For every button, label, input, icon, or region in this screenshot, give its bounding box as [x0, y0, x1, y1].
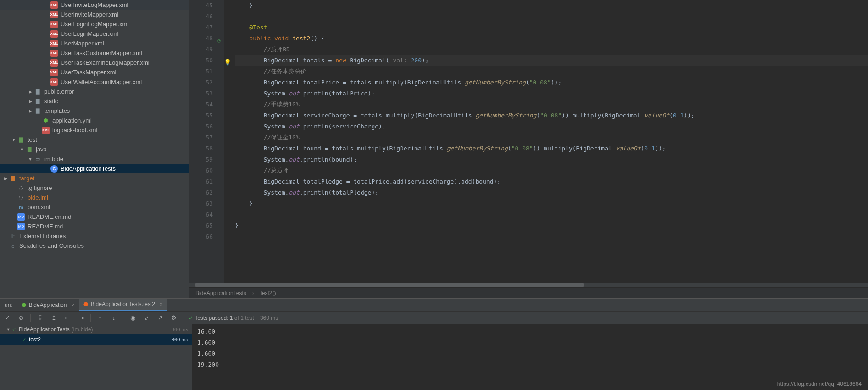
close-icon[interactable]: ×: [160, 301, 162, 307]
collapse-icon[interactable]: ⇤: [63, 314, 72, 321]
code-line[interactable]: @Test: [235, 22, 868, 33]
tree-item[interactable]: XMLlogback-boot.xml: [0, 125, 189, 135]
code-line[interactable]: System.out.println(serviceCharge);: [235, 121, 868, 132]
tree-item[interactable]: XMLUserWalletAccountMapper.xml: [0, 77, 189, 87]
gutter-line-number[interactable]: 60: [193, 165, 213, 176]
tree-item[interactable]: ◌.gitignore: [0, 183, 189, 193]
settings-icon[interactable]: ⚙: [169, 314, 178, 321]
code-line[interactable]: //保证金10%: [235, 132, 868, 143]
code-line[interactable]: System.out.println(totalPrice);: [235, 88, 868, 99]
test-console-output[interactable]: 16.001.6001.60019.200: [192, 324, 868, 390]
tree-item[interactable]: ▶▇public.error: [0, 87, 189, 96]
gutter-line-number[interactable]: 59: [193, 154, 213, 165]
run-tab-app[interactable]: ⬢ BideApplication ×: [17, 299, 79, 311]
toggle-checks-icon[interactable]: ✓: [3, 314, 12, 321]
tree-item[interactable]: MDREADME.en.md: [0, 212, 189, 222]
run-gutter-icon[interactable]: ⟳: [217, 36, 221, 47]
gutter-line-number[interactable]: 51: [193, 66, 213, 77]
close-icon[interactable]: ×: [71, 302, 74, 308]
gutter-line-number[interactable]: 57: [193, 132, 213, 143]
tree-item[interactable]: ▼▇java: [0, 145, 189, 154]
gutter-line-number[interactable]: 46: [193, 11, 213, 22]
tree-item[interactable]: ▶▇target: [0, 173, 189, 183]
sort-up-icon[interactable]: ↥: [49, 314, 58, 321]
gutter-line-number[interactable]: 64: [193, 209, 213, 220]
code-line[interactable]: BigDecimal serviceCharge = totals.multip…: [235, 110, 868, 121]
gutter-line-number[interactable]: 61: [193, 176, 213, 187]
tree-item[interactable]: XMLUserLoginMapper.xml: [0, 29, 189, 39]
run-tab-tests[interactable]: ⬣ BideApplicationTests.test2 ×: [79, 299, 167, 311]
chevron-down-icon[interactable]: ▼: [28, 157, 33, 162]
code-line[interactable]: //总质押: [235, 165, 868, 176]
tree-item[interactable]: XMLUserTaskExamineLogMapper.xml: [0, 58, 189, 67]
chevron-right-icon[interactable]: ▶: [28, 89, 33, 94]
gutter-line-number[interactable]: 53: [193, 88, 213, 99]
gutter-line-number[interactable]: 65: [193, 220, 213, 231]
tree-item[interactable]: XMLUserMapper.xml: [0, 39, 189, 48]
tree-item[interactable]: mpom.xml: [0, 202, 189, 212]
editor-breadcrumb[interactable]: BideApplicationTests › test2(): [189, 287, 868, 298]
gutter-line-number[interactable]: 56: [193, 121, 213, 132]
code-line[interactable]: [235, 231, 868, 242]
export-icon[interactable]: ↗: [156, 314, 165, 321]
import-icon[interactable]: ↙: [142, 314, 151, 321]
code-line[interactable]: //手续费10%: [235, 99, 868, 110]
tree-item[interactable]: CBideApplicationTests: [0, 164, 189, 173]
gutter-line-number[interactable]: 58: [193, 143, 213, 154]
test-tree-row[interactable]: ▼✓BideApplicationTests(im.bide)360 ms: [0, 324, 192, 334]
code-line[interactable]: [235, 11, 868, 22]
code-line[interactable]: }: [235, 198, 868, 209]
code-line[interactable]: }: [235, 0, 868, 11]
breadcrumb-method[interactable]: test2(): [260, 290, 276, 296]
editor-code[interactable]: } @Test public void test2() { //质押BD Big…: [224, 0, 868, 283]
lightbulb-icon[interactable]: 💡: [224, 57, 231, 68]
code-line[interactable]: }: [235, 220, 868, 231]
prev-icon[interactable]: ↑: [95, 314, 105, 321]
gutter-line-number[interactable]: 50💡: [193, 55, 213, 66]
chevron-down-icon[interactable]: ▼: [11, 138, 17, 142]
gutter-line-number[interactable]: 66: [193, 231, 213, 242]
code-line[interactable]: BigDecimal bound = totals.multiply(BigDe…: [235, 143, 868, 154]
tree-item[interactable]: ▼▭im.bide: [0, 154, 189, 164]
gutter-line-number[interactable]: 55: [193, 110, 213, 121]
scrollbar-thumb[interactable]: [195, 283, 584, 287]
chevron-right-icon[interactable]: ▶: [28, 109, 33, 113]
code-line[interactable]: //任务本身总价: [235, 66, 868, 77]
editor-gutter[interactable]: 45464748⟳4950💡51525354555657585960616263…: [189, 0, 224, 283]
test-results-tree[interactable]: ▼✓BideApplicationTests(im.bide)360 ms✓te…: [0, 324, 192, 390]
sort-down-icon[interactable]: ↧: [35, 314, 45, 321]
tree-item[interactable]: ◌bide.iml: [0, 193, 189, 202]
chevron-right-icon[interactable]: ▶: [28, 99, 33, 104]
code-line[interactable]: //质押BD: [235, 44, 868, 55]
code-line[interactable]: [235, 209, 868, 220]
tree-item[interactable]: XMLUserTaskMapper.xml: [0, 67, 189, 77]
code-line[interactable]: BigDecimal totals = new BigDecimal( val:…: [235, 55, 868, 66]
tree-item[interactable]: MDREADME.md: [0, 222, 189, 231]
gutter-line-number[interactable]: 45: [193, 0, 213, 11]
watch-icon[interactable]: ◉: [128, 314, 137, 321]
project-tree[interactable]: XMLUserInviteLogMapper.xmlXMLUserInviteM…: [0, 0, 189, 298]
tree-item[interactable]: XMLUserInviteLogMapper.xml: [0, 0, 189, 10]
gutter-line-number[interactable]: 62: [193, 187, 213, 198]
toggle-ignored-icon[interactable]: ⊘: [17, 314, 26, 321]
tree-item[interactable]: ▶▇templates: [0, 106, 189, 116]
tree-item[interactable]: XMLUserLoginLogMapper.xml: [0, 19, 189, 29]
code-line[interactable]: BigDecimal totalPledge = totalPrice.add(…: [235, 176, 868, 187]
tree-item[interactable]: ⌕Scratches and Consoles: [0, 241, 189, 251]
code-line[interactable]: System.out.println(bound);: [235, 154, 868, 165]
gutter-line-number[interactable]: 52: [193, 77, 213, 88]
chevron-right-icon[interactable]: ▶: [3, 176, 8, 181]
tree-item[interactable]: ⊪External Libraries: [0, 231, 189, 241]
gutter-line-number[interactable]: 49: [193, 44, 213, 55]
gutter-line-number[interactable]: 47: [193, 22, 213, 33]
code-line[interactable]: System.out.println(totalPledge);: [235, 187, 868, 198]
expand-icon[interactable]: ⇥: [77, 314, 86, 321]
next-icon[interactable]: ↓: [109, 314, 118, 321]
chevron-down-icon[interactable]: ▼: [19, 147, 25, 152]
test-tree-row[interactable]: ✓test2360 ms: [0, 334, 192, 345]
chevron-down-icon[interactable]: ▼: [6, 327, 11, 332]
breadcrumb-class[interactable]: BideApplicationTests: [195, 290, 246, 296]
tree-item[interactable]: ⬢application.yml: [0, 116, 189, 125]
gutter-line-number[interactable]: 48⟳: [193, 33, 213, 44]
code-line[interactable]: public void test2() {: [235, 33, 868, 44]
